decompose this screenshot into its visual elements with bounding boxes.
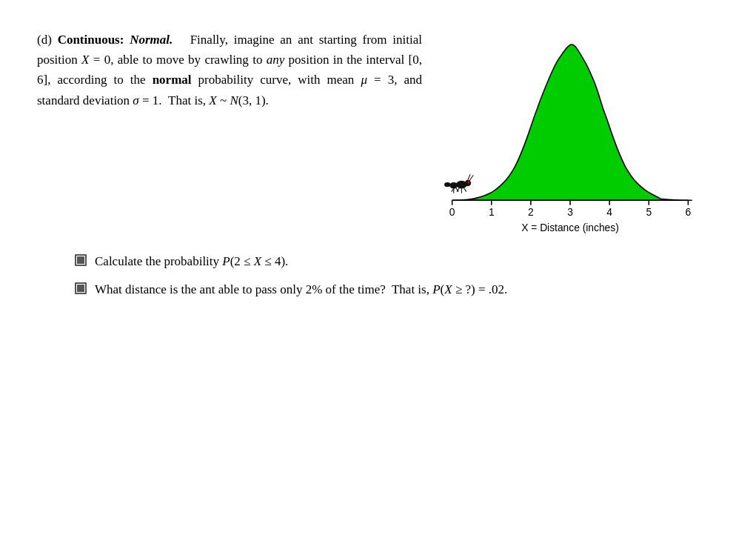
bullet-icon-1 bbox=[74, 253, 87, 267]
chart-area: 0 1 2 3 4 5 6 X = Distance (inches) bbox=[444, 30, 696, 237]
bullet-section: Calculate the probability P(2 ≤ X ≤ 4). … bbox=[37, 252, 719, 299]
main-paragraph: (d) Continuous: Normal. Finally, imagine… bbox=[37, 30, 422, 110]
bullet-text-1: Calculate the probability P(2 ≤ X ≤ 4). bbox=[95, 252, 288, 271]
section-title-bold: Continuous: bbox=[58, 33, 130, 47]
bullet-item-2: What distance is the ant able to pass on… bbox=[74, 280, 719, 299]
bullet-item-1: Calculate the probability P(2 ≤ X ≤ 4). bbox=[74, 252, 719, 271]
text-block: (d) Continuous: Normal. Finally, imagine… bbox=[37, 30, 422, 110]
bell-curve-fill bbox=[452, 44, 689, 200]
svg-point-12 bbox=[468, 182, 470, 184]
tick-2: 2 bbox=[528, 206, 534, 218]
svg-point-9 bbox=[449, 182, 458, 189]
svg-line-14 bbox=[468, 174, 470, 179]
bell-curve-chart: 0 1 2 3 4 5 6 X = Distance (inches) bbox=[444, 30, 696, 237]
section-label: (d) bbox=[37, 33, 58, 47]
main-layout: (d) Continuous: Normal. Finally, imagine… bbox=[37, 30, 719, 237]
tick-4: 4 bbox=[606, 206, 612, 218]
tick-3: 3 bbox=[567, 206, 573, 218]
section-title-italic: Normal. bbox=[130, 33, 173, 47]
ant-icon bbox=[444, 174, 473, 193]
tick-0: 0 bbox=[449, 206, 455, 218]
tick-1: 1 bbox=[489, 206, 495, 218]
x-axis-label: X = Distance (inches) bbox=[521, 222, 619, 233]
tick-5: 5 bbox=[646, 206, 652, 218]
svg-rect-26 bbox=[77, 285, 84, 292]
svg-line-13 bbox=[469, 175, 473, 180]
svg-rect-23 bbox=[77, 256, 84, 264]
tick-6: 6 bbox=[686, 206, 692, 218]
bullet-text-2: What distance is the ant able to pass on… bbox=[95, 280, 507, 299]
chart-container: 0 1 2 3 4 5 6 X = Distance (inches) bbox=[437, 30, 703, 237]
svg-point-11 bbox=[465, 180, 472, 187]
svg-point-10 bbox=[444, 182, 451, 187]
bullet-icon-2 bbox=[74, 282, 87, 295]
